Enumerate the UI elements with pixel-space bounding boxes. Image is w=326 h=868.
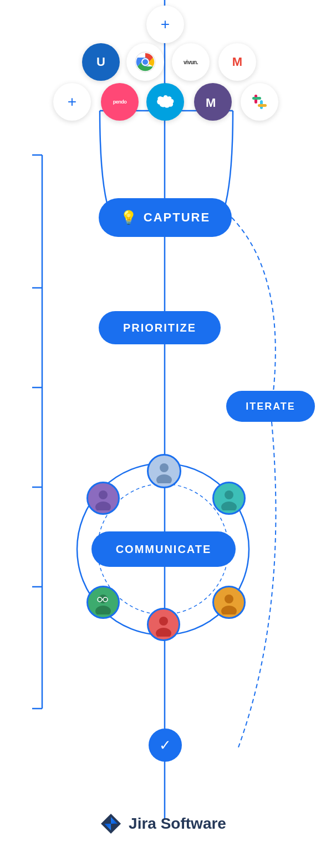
svg-point-23: [95, 502, 111, 510]
svg-point-20: [160, 463, 169, 472]
pendo-icon: pendo: [101, 83, 139, 121]
avatar-top: [147, 454, 181, 488]
svg-point-32: [156, 628, 171, 637]
svg-point-25: [221, 502, 237, 510]
main-canvas: + U vivun. M + pendo M: [0, 0, 326, 868]
svg-rect-19: [254, 95, 257, 97]
plus-icon-left[interactable]: +: [53, 83, 91, 121]
prioritize-button[interactable]: PRIORITIZE: [99, 311, 221, 344]
communicate-button[interactable]: COMMUNICATE: [91, 531, 236, 567]
avatar-bottom-left: [86, 586, 120, 619]
svg-point-33: [225, 595, 233, 603]
avatar-right: [212, 482, 246, 515]
salesforce-icon: [146, 83, 184, 121]
svg-text:M: M: [206, 96, 216, 110]
gmail-icon: M: [218, 43, 256, 81]
plus-icon-top[interactable]: +: [146, 6, 184, 43]
chrome-icon: [126, 43, 164, 81]
svg-point-13: [142, 59, 148, 65]
vivun-icon: vivun.: [172, 43, 210, 81]
svg-point-31: [159, 617, 168, 626]
prioritize-label: PRIORITIZE: [123, 322, 196, 334]
avatar-bottom-right: [212, 586, 246, 619]
svg-point-27: [95, 606, 111, 614]
iterate-label: ITERATE: [246, 401, 296, 412]
avatar-bottom-center: [147, 608, 180, 641]
svg-rect-18: [258, 104, 267, 107]
avatar-left: [86, 482, 120, 515]
iterate-button[interactable]: ITERATE: [226, 391, 315, 422]
check-circle: ✓: [149, 728, 182, 762]
jira-logo-icon: [100, 813, 122, 835]
svg-point-24: [225, 490, 233, 499]
marketo-icon: M: [194, 83, 232, 121]
check-icon: ✓: [159, 737, 171, 754]
svg-point-22: [99, 490, 108, 499]
capture-button[interactable]: 💡 CAPTURE: [99, 198, 232, 237]
svg-point-21: [156, 474, 172, 483]
capture-label: CAPTURE: [144, 210, 210, 225]
capture-icon: 💡: [120, 210, 138, 225]
jira-branding: Jira Software: [100, 813, 226, 835]
communicate-label: COMMUNICATE: [116, 543, 212, 556]
taskhuman-icon: U: [82, 43, 120, 81]
svg-rect-17: [252, 97, 261, 100]
svg-point-34: [221, 606, 237, 614]
slack-icon: [241, 83, 278, 121]
jira-label: Jira Software: [129, 815, 226, 833]
